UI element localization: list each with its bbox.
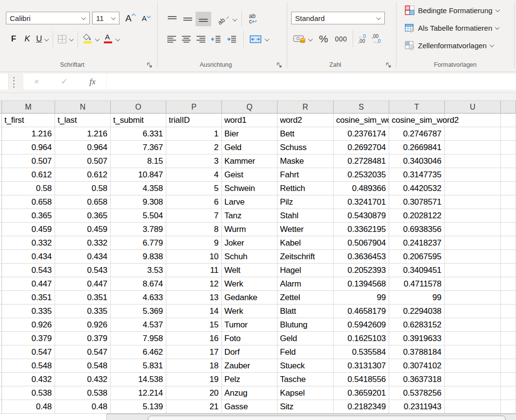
cell[interactable]: Sitz [278, 400, 334, 413]
cell[interactable] [501, 305, 516, 318]
cell[interactable]: 7.958 [111, 332, 166, 345]
column-header-R[interactable]: R [278, 101, 334, 114]
cell[interactable]: Pilz [278, 195, 334, 209]
cell[interactable]: Anzug [222, 386, 278, 400]
number-format-select[interactable]: Standard [291, 12, 385, 24]
decrease-indent-button[interactable] [208, 34, 224, 44]
cell[interactable]: 0.332 [2, 236, 55, 249]
cell[interactable]: 0.2311943 [389, 400, 445, 413]
cell[interactable]: 0.926 [2, 318, 55, 331]
cell-styles-button[interactable]: Zellenformatvorlagen [403, 38, 496, 53]
wrap-text-button[interactable]: ab c↩ [247, 13, 258, 25]
bold-button[interactable]: F [7, 33, 20, 45]
cell[interactable]: Schuss [278, 141, 334, 154]
cell[interactable]: 0.612 [2, 168, 55, 181]
cell[interactable]: Schuh [222, 250, 278, 263]
cell[interactable] [445, 168, 501, 181]
cell[interactable] [445, 182, 501, 195]
cell[interactable]: 0.379 [55, 332, 111, 345]
cell[interactable]: Stueck [278, 359, 334, 372]
cell[interactable] [445, 114, 501, 127]
cell[interactable]: Geld [222, 141, 278, 154]
cell[interactable]: Welt [222, 264, 278, 277]
align-left-button[interactable] [164, 34, 179, 44]
cell[interactable] [501, 332, 516, 345]
cell[interactable]: Schwein [222, 182, 278, 195]
cell[interactable]: 0.4658179 [334, 305, 389, 318]
cell[interactable]: 0.365 [55, 209, 111, 222]
cell[interactable]: 0.335 [2, 305, 55, 318]
cell[interactable] [445, 127, 501, 140]
cell[interactable]: 0.332 [55, 236, 111, 249]
cell[interactable]: 14.538 [111, 373, 166, 386]
cell[interactable]: Alarm [278, 277, 334, 290]
cell[interactable]: 10.847 [111, 168, 166, 181]
column-header-M[interactable]: M [2, 101, 55, 114]
cell[interactable]: Blatt [278, 305, 334, 318]
cell[interactable]: 0.3362195 [334, 223, 389, 236]
cell[interactable]: 0.2182349 [334, 400, 389, 413]
cell[interactable]: Zauber [222, 359, 278, 372]
cell[interactable]: Bier [222, 127, 278, 140]
cell[interactable]: Joker [222, 236, 278, 249]
header-cell[interactable]: t_submit [111, 114, 166, 127]
cell[interactable]: 0.2728481 [334, 154, 389, 168]
cell[interactable]: 0.2669841 [389, 141, 445, 154]
cell[interactable]: Rettich [278, 182, 334, 195]
cell[interactable]: 17 [166, 345, 222, 359]
cell[interactable]: 0.379 [2, 332, 55, 345]
align-bottom-button[interactable] [196, 12, 211, 26]
cell[interactable]: 0.5067904 [334, 236, 389, 249]
column-header-U[interactable]: U [445, 101, 501, 114]
font-size-select[interactable]: 11 [92, 12, 119, 24]
increase-indent-button[interactable] [224, 34, 239, 44]
increase-decimal-button[interactable]: ,00 →,0 [370, 33, 382, 45]
header-cell[interactable]: t_first [2, 114, 55, 127]
cell[interactable]: 6 [166, 195, 222, 209]
cell[interactable]: 3 [166, 154, 222, 168]
accounting-format-button[interactable] [291, 34, 308, 44]
cell[interactable]: Kammer [222, 154, 278, 168]
cell[interactable]: 5 [166, 182, 222, 195]
cell[interactable]: Blutung [278, 318, 334, 331]
align-center-button[interactable] [179, 34, 194, 44]
cell[interactable]: 0.548 [55, 359, 111, 372]
cell[interactable] [445, 345, 501, 359]
cell[interactable]: 7 [166, 209, 222, 222]
horizontal-scrollbar-thumb[interactable] [148, 416, 506, 420]
cell[interactable]: 4.633 [111, 291, 166, 304]
cell[interactable] [501, 182, 516, 195]
cell[interactable]: 5.504 [111, 209, 166, 222]
cell[interactable]: 0.5942609 [334, 318, 389, 331]
header-cell[interactable]: word2 [278, 114, 334, 127]
cell[interactable] [445, 141, 501, 154]
cell[interactable]: 0.48 [55, 400, 111, 413]
cell[interactable]: 0.434 [2, 250, 55, 263]
cell[interactable]: 0.3919633 [389, 332, 445, 345]
cell[interactable]: Tasche [278, 373, 334, 386]
font-name-select[interactable]: Calibri [6, 12, 90, 24]
cell[interactable]: 0.1625103 [334, 332, 389, 345]
cell[interactable]: 0.547 [55, 345, 111, 359]
cell[interactable]: Geld [278, 332, 334, 345]
cell[interactable] [501, 154, 516, 168]
cell[interactable] [501, 291, 516, 304]
cell[interactable]: 99 [389, 291, 445, 304]
horizontal-scrollbar-track[interactable] [106, 414, 516, 420]
cell[interactable]: 0.459 [2, 223, 55, 236]
cell[interactable]: 0.2746787 [389, 127, 445, 140]
header-cell[interactable]: cosine_sim_word2 [389, 114, 445, 127]
cell[interactable]: 5.139 [111, 400, 166, 413]
cell[interactable]: 0.3788184 [389, 345, 445, 359]
cell[interactable]: 99 [334, 291, 389, 304]
cell[interactable]: 16 [166, 332, 222, 345]
cell[interactable]: 4.537 [111, 318, 166, 331]
cell[interactable] [501, 359, 516, 372]
cell[interactable]: 1.216 [55, 127, 111, 140]
cell[interactable] [501, 277, 516, 290]
comma-style-button[interactable]: 000 [333, 34, 349, 44]
cell[interactable]: 5.831 [111, 359, 166, 372]
cell[interactable]: 0.3074102 [389, 359, 445, 372]
cell[interactable]: 20 [166, 386, 222, 400]
cell[interactable] [445, 400, 501, 413]
